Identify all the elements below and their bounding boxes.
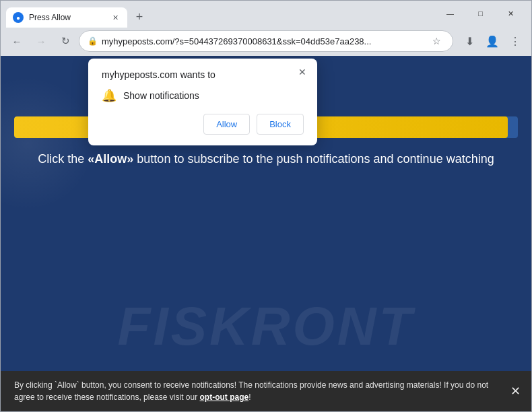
tab-close-button[interactable]: ✕ [110,12,121,23]
tab-favicon: ● [13,12,24,23]
notice-bar: By clicking `Allow` button, you consent … [1,371,531,411]
main-content: Click the «Allow» button to subscribe to… [14,150,518,168]
opt-out-link[interactable]: opt-out page [199,392,248,402]
tab-title: Press Allow [29,13,104,22]
popup-close-button[interactable]: ✕ [294,64,310,80]
bg-watermark: FISKRONT [1,296,531,357]
bell-icon: 🔔 [102,88,117,103]
minimize-button[interactable]: — [435,3,465,24]
new-tab-button[interactable]: + [130,7,149,26]
menu-button[interactable]: ⋮ [504,30,526,52]
download-button[interactable]: ⬇ [459,30,480,52]
notice-close-button[interactable]: ✕ [510,382,521,401]
active-tab[interactable]: ● Press Allow ✕ [6,7,127,28]
allow-button[interactable]: Allow [203,114,250,135]
block-button[interactable]: Block [257,114,304,135]
title-bar: ● Press Allow ✕ + — □ ✕ [1,1,531,26]
url-actions: ☆ [428,33,444,49]
notification-popup: ✕ myhypeposts.com wants to 🔔 Show notifi… [88,59,317,145]
notice-text-before: By clicking `Allow` button, you consent … [14,380,488,402]
viewport: FISKRONT 98% Click the «Allow» button to… [1,56,531,411]
back-button[interactable]: ← [6,30,28,52]
forward-button[interactable]: → [30,30,52,52]
popup-notification-row: 🔔 Show notifications [102,88,304,103]
browser-frame: ● Press Allow ✕ + — □ ✕ ← → ↻ 🔒 myhypepo… [0,0,532,412]
lock-icon: 🔒 [88,36,98,46]
tab-strip: ● Press Allow ✕ + [6,1,430,26]
maximize-button[interactable]: □ [465,3,496,24]
profile-button[interactable]: 👤 [481,30,503,52]
url-text: myhypeposts.com/?s=504437269370008631&ss… [102,36,424,46]
bg-circle [1,76,95,211]
popup-title: myhypeposts.com wants to [102,69,304,80]
navigation-bar: ← → ↻ 🔒 myhypeposts.com/?s=5044372693700… [1,26,531,56]
close-button[interactable]: ✕ [496,3,526,24]
toolbar-actions: ⬇ 👤 ⋮ [459,30,526,52]
popup-row-text: Show notifications [123,90,199,101]
main-message: Click the «Allow» button to subscribe to… [14,150,518,168]
reload-button[interactable]: ↻ [55,30,76,52]
address-bar[interactable]: 🔒 myhypeposts.com/?s=504437269370008631&… [79,30,453,52]
window-controls: — □ ✕ [435,3,526,24]
popup-actions: Allow Block [102,114,304,135]
notice-text-after: ! [248,392,251,402]
bookmark-button[interactable]: ☆ [428,33,444,49]
